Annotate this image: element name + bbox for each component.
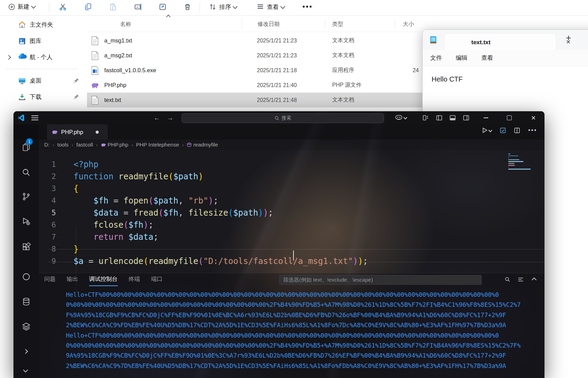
close-button[interactable]	[526, 111, 541, 124]
source-control-icon[interactable]	[22, 192, 31, 201]
column-divider[interactable]	[242, 19, 242, 30]
copy-button[interactable]	[84, 3, 93, 11]
layers-icon[interactable]	[22, 322, 31, 331]
sort-button[interactable]: 排序	[209, 3, 237, 11]
notepad-tab[interactable]: text.txt	[444, 33, 556, 50]
vscode-tabbar: PHP.php •••	[13, 124, 544, 140]
chevron-down-icon[interactable]	[23, 368, 28, 372]
menu-item-查看[interactable]: 查看	[481, 54, 493, 62]
code-token: (	[228, 208, 233, 218]
sidebar-item-桌面[interactable]: 桌面	[0, 73, 83, 89]
column-divider[interactable]	[395, 19, 395, 30]
code-token	[74, 196, 94, 206]
more-actions-icon[interactable]: •••	[528, 127, 537, 133]
sidebar-item-下载[interactable]: 下载	[0, 89, 83, 105]
minimap[interactable]	[506, 151, 542, 172]
debug-console-output[interactable]: Hello+CTF%00%00%00%00%00%00%00%00%00%00%…	[66, 290, 541, 371]
panel-tab-终端[interactable]: 终端	[129, 275, 140, 286]
run-button[interactable]	[482, 127, 492, 133]
panel-tab-调试控制台[interactable]: 调试控制台	[89, 275, 118, 286]
debug-filter-input[interactable]	[279, 275, 482, 285]
code-token: function	[74, 172, 118, 181]
database-icon[interactable]	[22, 297, 31, 306]
toggle-primary-sidebar-icon[interactable]	[436, 115, 442, 121]
file-name: a_msg2.txt	[103, 52, 257, 59]
vscode-titlebar[interactable]: ← → 搜索	[13, 111, 544, 124]
split-editor-icon[interactable]	[514, 127, 520, 133]
breadcrumb-item-PHP.php[interactable]: PHP.php	[101, 142, 128, 148]
extensions-icon[interactable]	[22, 243, 31, 252]
new-tab-button[interactable]: +	[566, 32, 571, 43]
sidebar-item-label: 航 - 个人	[30, 53, 52, 61]
file-date: 2025/1/21 21:18	[257, 67, 332, 74]
delete-button[interactable]	[183, 3, 192, 11]
code-token: )	[263, 208, 268, 218]
file-type: 应用程序	[332, 67, 403, 74]
breadcrumb-item-tools[interactable]: tools	[57, 142, 69, 148]
editor-tab-phpphp[interactable]: PHP.php	[47, 124, 108, 140]
column-header-size[interactable]: 大小	[403, 21, 444, 28]
maximize-button[interactable]	[501, 111, 517, 124]
notepad-titlebar[interactable]: text.txt +	[423, 30, 588, 50]
code-line-6: fclose($fh);	[74, 219, 153, 231]
maximize-panel-icon[interactable]	[532, 277, 537, 282]
back-arrow-icon[interactable]: ←	[153, 114, 161, 122]
menu-icon[interactable]	[31, 115, 38, 120]
code-token: )	[258, 208, 263, 218]
panel-tab-问题[interactable]: 问题	[44, 275, 56, 286]
chevron-right-icon[interactable]	[6, 55, 11, 59]
column-header-type[interactable]: 类型	[332, 21, 403, 28]
code-line-8: }	[74, 243, 78, 255]
panel-tabs: 问题输出调试控制台终端端口	[44, 275, 163, 286]
column-divider[interactable]	[325, 19, 325, 30]
circle-view-icon[interactable]	[22, 272, 31, 281]
paste-button[interactable]	[109, 3, 117, 11]
new-button[interactable]: 新建	[8, 3, 35, 11]
file-name: fastcoll_v1.0.0.5.exe	[103, 67, 257, 74]
command-center[interactable]: 搜索	[182, 113, 384, 123]
search-icon	[274, 116, 279, 121]
cut-button[interactable]	[59, 3, 67, 11]
run-debug-icon[interactable]	[22, 217, 31, 226]
sort-icon	[209, 3, 217, 11]
output-settings-icon[interactable]	[518, 277, 523, 282]
breadcrumb-item-PHP Intelephense[interactable]: PHP Intelephense	[136, 142, 179, 148]
txt-file-icon	[87, 36, 103, 45]
code-token: ;	[153, 232, 158, 242]
sidebar-item-图库[interactable]: 图库	[0, 33, 83, 49]
code-editor[interactable]: 123456789 <?phpfunction readmyfile($path…	[39, 150, 544, 273]
code-line-4: $fh = fopen($path, "rb");	[74, 195, 218, 207]
forward-arrow-icon[interactable]: →	[166, 114, 174, 122]
filter-search-icon[interactable]	[505, 277, 510, 282]
sidebar-item-航 - 个人[interactable]: 航 - 个人	[0, 49, 83, 65]
breadcrumb-item-D:[interactable]: D:	[44, 142, 50, 148]
rename-button[interactable]: A	[134, 3, 142, 11]
minimap-line	[508, 167, 509, 168]
download-icon	[18, 93, 26, 101]
copilot-button[interactable]	[395, 115, 407, 120]
toggle-secondary-sidebar-icon[interactable]	[463, 115, 469, 121]
menu-item-文件[interactable]: 文件	[430, 54, 442, 62]
minimap-line	[508, 169, 531, 170]
column-header-name[interactable]: 名称	[103, 21, 257, 28]
breadcrumb-item-readmyfile[interactable]: readmyfile	[187, 142, 218, 148]
search-view-icon[interactable]	[22, 168, 31, 177]
chevron-right-icon[interactable]	[23, 349, 28, 354]
toggle-panel-icon[interactable]	[450, 115, 456, 121]
menu-item-编辑[interactable]: 编辑	[456, 54, 467, 62]
sidebar-item-主文件夹[interactable]: 主文件夹	[0, 17, 83, 33]
column-header-modified[interactable]: 修改日期	[257, 21, 332, 28]
view-button[interactable]: 查看	[256, 3, 285, 11]
open-preview-icon[interactable]	[500, 127, 506, 133]
editor-actions: •••	[482, 127, 537, 133]
modified-dot-icon[interactable]	[96, 131, 99, 134]
breadcrumb-item-fastcoll[interactable]: fastcoll	[76, 142, 93, 148]
panel-tab-输出[interactable]: 输出	[67, 275, 78, 286]
share-button[interactable]	[158, 3, 167, 11]
panel-tab-端口[interactable]: 端口	[151, 275, 163, 286]
customize-layout-icon[interactable]	[423, 115, 429, 121]
minimap-line	[508, 165, 515, 166]
minimize-button[interactable]	[478, 111, 494, 124]
breadcrumb-label: D:	[44, 142, 50, 148]
more-button[interactable]: •••	[302, 3, 313, 11]
